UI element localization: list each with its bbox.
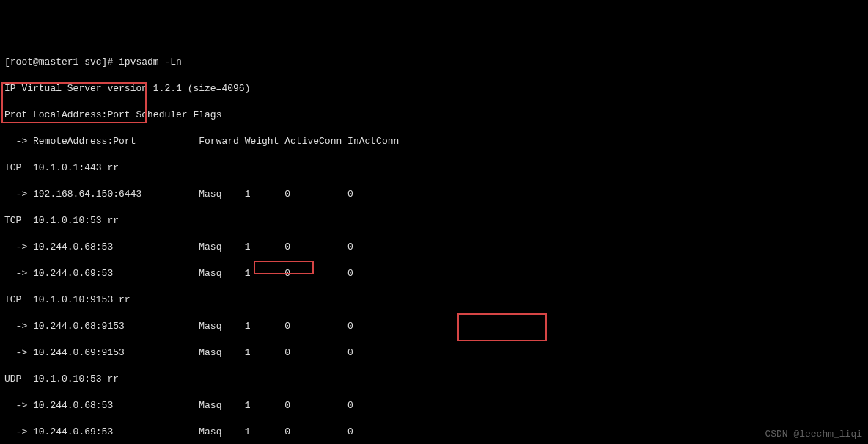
- output-line: -> 10.244.0.69:9153 Masq 1 0 0: [4, 346, 864, 360]
- output-line: TCP 10.1.0.1:443 rr: [4, 161, 864, 175]
- output-line: -> 192.168.64.150:6443 Masq 1 0 0: [4, 188, 864, 201]
- output-line: -> 10.244.0.68:53 Masq 1 0 0: [4, 241, 864, 254]
- watermark: CSDN @leechm_liqi: [765, 428, 862, 441]
- output-line: TCP 10.1.0.10:9153 rr: [4, 294, 864, 307]
- output-line: -> RemoteAddress:Port Forward Weight Act…: [4, 135, 864, 148]
- output-line: UDP 10.1.0.10:53 rr: [4, 373, 864, 386]
- shell-prompt[interactable]: [root@master1 svc]#: [4, 57, 119, 68]
- output-line: -> 10.244.0.68:9153 Masq 1 0 0: [4, 320, 864, 333]
- output-line: -> 10.244.0.68:53 Masq 1 0 0: [4, 399, 864, 412]
- terminal-line: [root@master1 svc]# ipvsadm -Ln: [4, 56, 864, 69]
- output-line: TCP 10.1.0.10:53 rr: [4, 214, 864, 228]
- output-line: -> 10.244.0.69:53 Masq 1 0 0: [4, 426, 864, 439]
- output-line: Prot LocalAddress:Port Scheduler Flags: [4, 109, 864, 122]
- command-text: ipvsadm -Ln: [119, 57, 182, 68]
- output-line: -> 10.244.0.69:53 Masq 1 0 0: [4, 267, 864, 280]
- output-line: IP Virtual Server version 1.2.1 (size=40…: [4, 82, 864, 95]
